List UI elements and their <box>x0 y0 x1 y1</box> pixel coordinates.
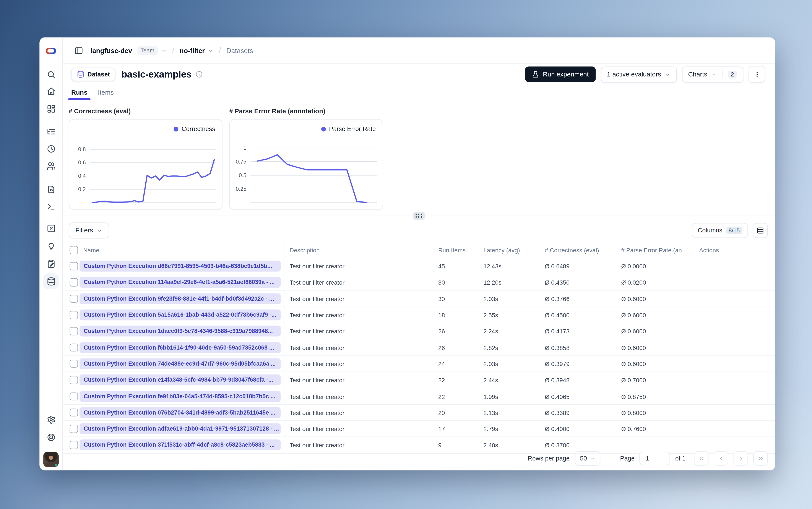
column-header-lat[interactable]: Latency (avg) <box>483 247 520 253</box>
column-header-items[interactable]: Run Items <box>438 247 466 253</box>
row-actions-button[interactable] <box>701 391 711 402</box>
run-name-pill[interactable]: Custom Python Execution 114aa9ef-29e6-4e… <box>79 277 281 288</box>
sidebar-item-dashboards[interactable] <box>43 101 59 116</box>
run-name-pill[interactable]: Custom Python Execution d66e7991-8595-45… <box>79 261 281 272</box>
run-name-pill[interactable]: Custom Python Execution e14fa348-5cfc-49… <box>79 374 281 385</box>
sidebar-item-users[interactable] <box>43 158 59 173</box>
rows-per-page-select[interactable]: 50 <box>575 451 601 466</box>
row-actions-button[interactable] <box>701 261 711 271</box>
sidebar-item-insights[interactable] <box>43 238 59 254</box>
row-height-button[interactable] <box>753 223 768 238</box>
resize-handle[interactable] <box>413 212 425 219</box>
run-latency: 2.44s <box>483 377 498 383</box>
project-switcher-chevron-icon[interactable] <box>208 48 214 53</box>
row-checkbox[interactable] <box>70 360 78 368</box>
columns-button[interactable]: Columns 8/15 <box>692 223 748 238</box>
filters-button[interactable]: Filters <box>69 222 109 238</box>
kebab-icon <box>704 409 708 416</box>
row-checkbox[interactable] <box>70 311 78 319</box>
breadcrumb-project[interactable]: no-filter <box>179 46 205 54</box>
run-description: Test our filter creator <box>290 426 344 432</box>
sidebar-item-support[interactable] <box>43 429 59 445</box>
tab-runs[interactable]: Runs <box>71 86 88 100</box>
select-all-checkbox[interactable] <box>70 246 78 254</box>
user-avatar[interactable] <box>43 451 59 467</box>
row-actions-button[interactable] <box>701 342 711 352</box>
table-row: Custom Python Execution fe91b83e-04a5-47… <box>62 388 775 405</box>
org-switcher-chevron-icon[interactable] <box>161 48 167 53</box>
page-total: of 1 <box>675 455 686 462</box>
dataset-badge: Dataset <box>71 68 116 81</box>
sidebar-item-search[interactable] <box>43 67 59 82</box>
run-name-pill[interactable]: Custom Python Execution 9fe23f98-881e-44… <box>79 293 281 304</box>
row-checkbox[interactable] <box>70 295 78 303</box>
column-header-desc[interactable]: Description <box>290 247 319 253</box>
header-more-actions-button[interactable] <box>748 66 765 83</box>
row-checkbox[interactable] <box>70 262 78 270</box>
row-actions-button[interactable] <box>701 407 711 418</box>
run-name-pill[interactable]: Custom Python Execution adfae619-abb0-4d… <box>79 423 281 434</box>
info-icon[interactable] <box>196 71 203 78</box>
row-checkbox[interactable] <box>70 343 78 351</box>
run-latency: 12.43s <box>483 263 502 269</box>
sidebar-item-annotation[interactable] <box>43 256 59 271</box>
row-actions-button[interactable] <box>701 359 711 369</box>
flask-icon <box>532 71 539 78</box>
column-header-parse[interactable]: # Parse Error Rate (an... <box>621 247 687 253</box>
row-checkbox[interactable] <box>70 327 78 335</box>
tab-items[interactable]: Items <box>98 86 114 100</box>
sidebar-item-tracing[interactable] <box>43 124 59 139</box>
row-checkbox[interactable] <box>70 408 78 416</box>
breadcrumb-org[interactable]: langfuse-dev <box>90 46 132 54</box>
table-row: Custom Python Execution 9fe23f98-881e-44… <box>62 291 775 307</box>
run-parse-error-rate: Ø 0.6000 <box>621 361 646 367</box>
last-page-button[interactable] <box>753 451 768 466</box>
column-header-act[interactable]: Actions <box>699 247 719 253</box>
row-checkbox[interactable] <box>70 392 78 400</box>
sidebar-item-datasets[interactable] <box>43 273 59 289</box>
run-name-pill[interactable]: Custom Python Execution 74de488e-ec9d-47… <box>79 358 281 369</box>
run-items-count: 22 <box>438 377 445 383</box>
prev-page-button[interactable] <box>714 451 728 466</box>
svg-text:1: 1 <box>243 145 246 151</box>
sidebar-item-sessions[interactable] <box>43 141 59 157</box>
row-checkbox[interactable] <box>70 278 78 286</box>
row-actions-button[interactable] <box>701 326 711 336</box>
sidebar-item-home[interactable] <box>43 83 59 99</box>
row-actions-button[interactable] <box>701 310 711 320</box>
column-header-corr[interactable]: # Correctness (eval) <box>545 247 599 253</box>
run-correctness: Ø 0.4173 <box>545 328 570 335</box>
breadcrumb-section[interactable]: Datasets <box>227 46 253 54</box>
run-experiment-button[interactable]: Run experiment <box>525 67 596 82</box>
run-name-pill[interactable]: Custom Python Execution 5a15a616-1bab-44… <box>79 309 281 320</box>
column-header-name[interactable]: Name <box>83 247 99 253</box>
legend-dot <box>321 127 326 131</box>
page-input[interactable] <box>639 451 670 465</box>
sidebar-item-playground[interactable] <box>43 199 59 214</box>
run-description: Test our filter creator <box>290 344 344 351</box>
sidebar-item-evaluation[interactable] <box>43 220 59 236</box>
row-actions-button[interactable] <box>701 375 711 385</box>
row-checkbox[interactable] <box>70 376 78 384</box>
sidebar-item-settings[interactable] <box>43 411 59 427</box>
run-name-pill[interactable]: Custom Python Execution fe91b83e-04a5-47… <box>79 391 281 402</box>
charts-dropdown[interactable]: Charts 2 <box>682 66 743 82</box>
run-parse-error-rate: Ø 0.6000 <box>621 328 646 335</box>
run-name-pill[interactable]: Custom Python Execution 1daec0f9-5e78-43… <box>79 326 281 337</box>
kebab-icon <box>704 393 708 400</box>
chevron-down-icon <box>665 71 670 77</box>
sidebar-item-prompts[interactable] <box>43 181 59 197</box>
row-checkbox[interactable] <box>70 425 78 433</box>
svg-text:0.8: 0.8 <box>78 146 86 152</box>
square-percent-icon <box>46 224 56 233</box>
database-icon <box>77 71 84 78</box>
sidebar-toggle-button[interactable] <box>71 43 86 58</box>
next-page-button[interactable] <box>734 451 748 466</box>
row-actions-button[interactable] <box>701 277 711 287</box>
run-name-pill[interactable]: Custom Python Execution 076b2704-341d-48… <box>79 407 281 418</box>
first-page-button[interactable] <box>694 451 708 466</box>
run-name-pill[interactable]: Custom Python Execution f6bb1614-1f90-40… <box>79 342 281 353</box>
evaluators-dropdown[interactable]: 1 active evaluators <box>601 66 677 82</box>
row-actions-button[interactable] <box>701 294 711 304</box>
row-actions-button[interactable] <box>701 423 711 434</box>
